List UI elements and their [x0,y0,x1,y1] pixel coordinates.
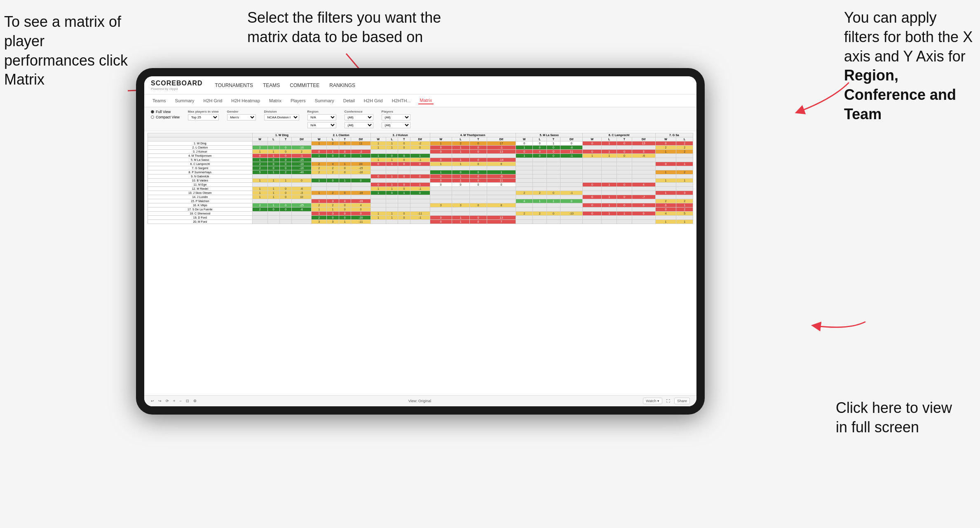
cell-r1-c6-k0: 2 [655,146,676,150]
cell-r16-c6-k0: 0 [655,207,676,212]
cell-r14-c0-k2 [279,199,291,203]
row-name-18: 19. D Ford [148,216,253,220]
cell-r1-c2-k3: 0 [410,146,430,150]
full-view-radio[interactable]: Full View [151,110,180,114]
cell-r17-c0-k3 [292,212,312,216]
cell-r4-c3-k1: 1 [452,158,469,162]
cell-r11-c1-k0 [312,187,327,191]
cell-r18-c2-k3: -1 [410,216,430,220]
sh-t6: T [617,137,632,141]
settings-btn[interactable]: ⚙ [193,399,197,403]
tab-h2h-grid-2[interactable]: H2H Grid [362,97,384,104]
tab-h2h-th[interactable]: H2HTH... [390,97,413,104]
cell-r2-c0-k2: 0 [279,150,291,154]
cell-r0-c2-k3: -2 [410,141,430,146]
cell-r9-c2-k2 [398,179,410,183]
row-name-12: 13. J Skov Olesen [148,191,253,195]
cell-r18-c1-k1: 0 [327,216,339,220]
cell-r18-c3-k1: 1 [452,216,469,220]
cell-r17-c0-k2 [279,212,291,216]
cell-r1-c4-k2: 0 [546,146,560,150]
cell-r17-c2-k0: 1 [370,212,386,216]
watch-btn[interactable]: Watch ▾ [643,398,662,404]
cell-r4-c4-k3 [560,158,583,162]
cell-r8-c3-k2: 0 [469,174,487,179]
col-header-empty [148,133,253,137]
cell-r17-c6-k1: 5 [676,212,693,216]
tab-h2h-grid[interactable]: H2H Grid [202,97,224,104]
cell-r18-c5-k3 [632,216,655,220]
compact-view-radio[interactable]: Compact View [151,115,180,119]
cell-r13-c1-k0 [312,195,327,199]
cell-r14-c4-k3: 0 [560,199,583,203]
cell-r4-c1-k3 [351,158,370,162]
cell-r17-c2-k3: -11 [410,212,430,216]
cell-r12-c6-k1: 3 [676,191,693,195]
tab-matrix-1[interactable]: Matrix [267,97,283,104]
fit-btn[interactable]: ⊡ [186,399,189,403]
zoom-out-btn[interactable]: − [179,399,181,403]
cell-r19-c2-k3 [410,220,430,224]
cell-r19-c5-k0 [583,220,602,224]
conference-select-2[interactable]: (All) [345,122,373,128]
sh-w2: W [312,137,327,141]
cell-r13-c2-k0 [370,195,386,199]
cell-r0-c0-k1 [267,141,279,146]
region-select-2[interactable]: N/A [307,122,336,128]
division-select[interactable]: NCAA Division I [264,114,299,120]
nav-tournaments[interactable]: TOURNAMENTS [215,82,253,88]
fullscreen-btn[interactable]: ⛶ [666,399,670,403]
cell-r16-c5-k1 [602,207,617,212]
nav-rankings[interactable]: RANKINGS [329,82,355,88]
cell-r3-c4-k2: 0 [546,154,560,158]
tab-matrix-active[interactable]: Matrix [418,97,434,104]
cell-r13-c4-k0 [516,195,533,199]
gender-select[interactable]: Men's [227,114,256,120]
cell-r11-c3-k2 [469,187,487,191]
cell-r5-c0-k1: 0 [267,162,279,166]
zoom-in-btn[interactable]: + [173,399,175,403]
cell-r2-c3-k1: 1 [452,150,469,154]
tab-teams[interactable]: Teams [151,97,167,104]
sh-t5: T [546,137,560,141]
players-select[interactable]: (All) [382,114,410,120]
cell-r16-c2-k3 [410,207,430,212]
cell-r3-c0-k3: -1 [292,154,312,158]
cell-r2-c4-k0: 0 [516,150,533,154]
tab-summary-2[interactable]: Summary [313,97,336,104]
share-btn[interactable]: Share [674,398,690,404]
tab-players[interactable]: Players [289,97,307,104]
cell-r6-c4-k1 [533,166,546,170]
nav-committee[interactable]: COMMITTEE [290,82,319,88]
tab-detail[interactable]: Detail [342,97,356,104]
sh-l7: L [676,137,693,141]
cell-r8-c0-k2 [279,174,291,179]
annotation-axes: You can apply filters for both the X axi… [844,8,976,124]
undo-btn[interactable]: ↩ [151,399,154,403]
conference-select[interactable]: (All) [345,114,373,120]
tab-summary[interactable]: Summary [173,97,196,104]
cell-r13-c1-k3 [351,195,370,199]
max-players-select[interactable]: Top 25 [188,114,219,120]
cell-r2-c3-k2: 0 [469,150,487,154]
redo-btn[interactable]: ↪ [158,399,162,403]
cell-r3-c1-k2: 0 [339,154,351,158]
tab-h2h-heatmap[interactable]: H2H Heatmap [230,97,262,104]
region-select[interactable]: N/A [307,114,336,120]
nav-teams[interactable]: TEAMS [263,82,280,88]
cell-r6-c5-k0 [583,166,602,170]
col-header-3: 3. J Koivun [370,133,430,137]
cell-r0-c4-k3: 0 [560,141,583,146]
sh-l3: L [386,137,398,141]
cell-r17-c3-k2 [469,212,487,216]
cell-r11-c1-k3 [351,187,370,191]
cell-r18-c0-k3 [292,216,312,220]
cell-r15-c4-k2 [546,203,560,207]
cell-r10-c6-k1 [676,183,693,187]
cell-r18-c2-k2: 0 [398,216,410,220]
col-header-7: 7. G Sa [655,133,693,137]
refresh-btn[interactable]: ⟳ [166,399,169,403]
cell-r9-c1-k1: 0 [327,179,339,183]
cell-r15-c5-k2: 0 [617,203,632,207]
players-select-2[interactable]: (All) [382,122,410,128]
